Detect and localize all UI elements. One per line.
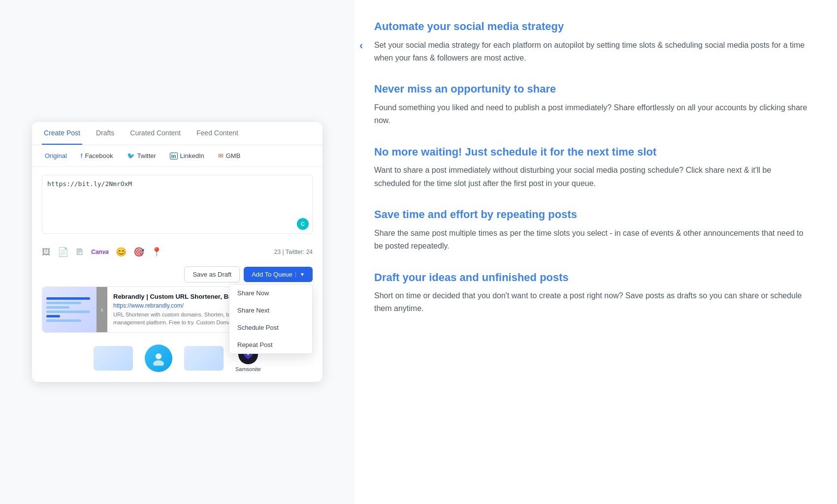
brand-thumb-2 bbox=[184, 346, 224, 371]
toolbar: 🖼 📄 🖹 Canva 😊 🎯 📍 23 | Twitter: 24 bbox=[32, 244, 322, 262]
section-2: Never miss an opportunity to share Found… bbox=[374, 82, 807, 127]
section-3: No more waiting! Just schedule it for th… bbox=[374, 145, 807, 190]
platform-linkedin[interactable]: in LinkedIn bbox=[167, 150, 207, 161]
add-queue-label: Add To Queue bbox=[252, 271, 292, 278]
post-area: https://bit.ly/2NmrOxM C bbox=[32, 167, 322, 244]
target-icon[interactable]: 🎯 bbox=[133, 247, 144, 257]
section-2-body: Found something you liked and need to pu… bbox=[374, 101, 807, 127]
brand-avatar bbox=[145, 345, 172, 372]
svg-point-1 bbox=[153, 360, 164, 366]
tab-create-post[interactable]: Create Post bbox=[42, 122, 82, 145]
section-3-body: Want to share a post immediately without… bbox=[374, 164, 807, 190]
action-bar: Save as Draft Add To Queue ▼ Share Now S… bbox=[32, 262, 322, 286]
section-5-title: Draft your ideas and unfinished posts bbox=[374, 271, 807, 285]
platform-facebook[interactable]: f Facebook bbox=[78, 150, 116, 161]
platform-bar: Original f Facebook 🐦 Twitter in LinkedI… bbox=[32, 145, 322, 167]
brand-thumb-1 bbox=[94, 346, 133, 371]
dropdown-share-next[interactable]: Share Next bbox=[229, 302, 312, 319]
section-5: Draft your ideas and unfinished posts Sh… bbox=[374, 271, 807, 315]
queue-caret-icon[interactable]: ▼ bbox=[295, 272, 305, 277]
emoji-icon[interactable]: 😊 bbox=[116, 247, 127, 257]
section-1: Automate your social media strategy Set … bbox=[374, 20, 807, 64]
post-textarea[interactable]: https://bit.ly/2NmrOxM bbox=[42, 175, 313, 234]
tab-bar: Create Post Drafts Curated Content Feed … bbox=[32, 122, 322, 145]
char-count: 23 | Twitter: 24 bbox=[274, 249, 313, 255]
tab-curated-content[interactable]: Curated Content bbox=[128, 122, 183, 145]
linkedin-icon: in bbox=[170, 153, 178, 159]
facebook-label: Facebook bbox=[85, 152, 113, 159]
canva-logo[interactable]: Canva bbox=[91, 249, 109, 255]
section-5-body: Short on time or decided that you don't … bbox=[374, 289, 807, 315]
platform-gmb[interactable]: ✉ GMB bbox=[215, 150, 244, 161]
platform-original[interactable]: Original bbox=[42, 150, 70, 161]
section-4-title: Save time and effort by repeating posts bbox=[374, 208, 807, 222]
preview-image bbox=[42, 287, 97, 332]
twitter-icon: 🐦 bbox=[127, 152, 135, 159]
back-arrow-icon[interactable]: ‹ bbox=[359, 39, 363, 52]
save-draft-button[interactable]: Save as Draft bbox=[184, 266, 240, 283]
samsonite-label: Samsonite bbox=[235, 366, 261, 372]
image-icon[interactable]: 🖼 bbox=[42, 247, 51, 257]
gmb-label: GMB bbox=[226, 152, 241, 159]
toolbar-icons: 🖼 📄 🖹 Canva 😊 🎯 📍 bbox=[42, 247, 162, 257]
tab-feed-content[interactable]: Feed Content bbox=[194, 122, 240, 145]
svg-point-0 bbox=[156, 353, 161, 359]
facebook-icon: f bbox=[81, 152, 83, 159]
file-icon[interactable]: 📄 bbox=[58, 247, 68, 257]
dropdown-repeat-post[interactable]: Repeat Post bbox=[229, 336, 312, 353]
section-4: Save time and effort by repeating posts … bbox=[374, 208, 807, 252]
section-4-body: Share the same post multiple times as pe… bbox=[374, 227, 807, 253]
section-3-title: No more waiting! Just schedule it for th… bbox=[374, 145, 807, 159]
dropdown-share-now[interactable]: Share Now bbox=[229, 284, 312, 302]
gmb-icon: ✉ bbox=[218, 152, 224, 159]
section-1-body: Set your social media strategy for each … bbox=[374, 39, 807, 65]
app-card: Create Post Drafts Curated Content Feed … bbox=[32, 122, 322, 382]
original-label: Original bbox=[45, 152, 67, 159]
queue-dropdown-menu: Share Now Share Next Schedule Post Repea… bbox=[229, 284, 313, 354]
twitter-label: Twitter bbox=[137, 152, 156, 159]
location-icon[interactable]: 📍 bbox=[151, 247, 162, 257]
dropdown-schedule-post[interactable]: Schedule Post bbox=[229, 319, 312, 336]
add-to-queue-button[interactable]: Add To Queue ▼ bbox=[244, 267, 313, 282]
platform-twitter[interactable]: 🐦 Twitter bbox=[124, 150, 159, 161]
canva-circle-icon: C bbox=[297, 218, 309, 230]
section-2-title: Never miss an opportunity to share bbox=[374, 82, 807, 96]
linkedin-label: LinkedIn bbox=[180, 152, 204, 159]
preview-next-icon[interactable]: › bbox=[97, 287, 107, 332]
tab-drafts[interactable]: Drafts bbox=[94, 122, 116, 145]
section-1-title: Automate your social media strategy bbox=[374, 20, 807, 34]
gif-icon[interactable]: 🖹 bbox=[75, 247, 84, 257]
right-panel: ‹ Automate your social media strategy Se… bbox=[354, 0, 837, 504]
left-panel: Create Post Drafts Curated Content Feed … bbox=[0, 0, 354, 504]
